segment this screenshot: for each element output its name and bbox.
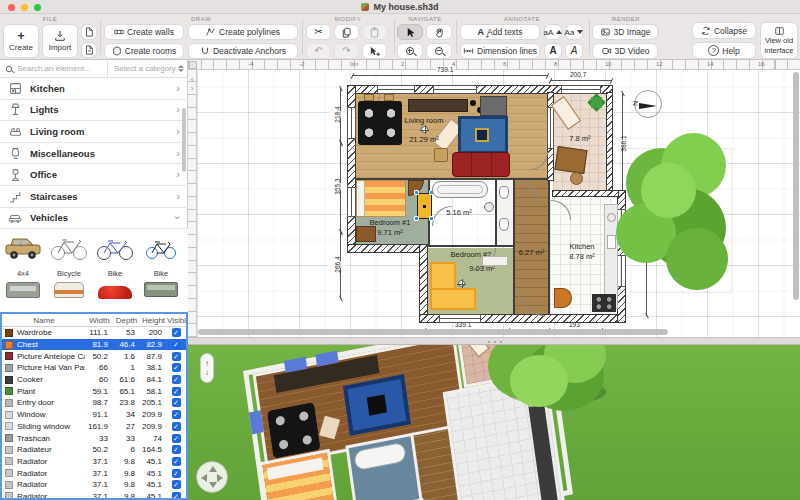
visible-checkbox[interactable]: ✓ [172, 445, 181, 454]
visible-checkbox[interactable]: ✓ [172, 340, 181, 349]
plan-2d-view[interactable]: -4-20m246810121416 ‹ › 739.1 200.7 218.4… [188, 60, 800, 337]
stove[interactable] [592, 294, 616, 312]
plan-horizontal-scrollbar[interactable] [198, 329, 668, 335]
visible-checkbox[interactable]: ✓ [172, 375, 181, 384]
zoom-in-button[interactable] [397, 43, 423, 59]
help-button[interactable]: ? Help [692, 42, 756, 59]
dpad-up-icon[interactable] [209, 466, 217, 472]
vehicle-thumb-coach[interactable] [138, 282, 184, 299]
undo-button[interactable]: ↶ [306, 43, 331, 59]
tv-cabinet[interactable] [408, 99, 468, 112]
table-row-radiator[interactable]: Radiator 37.1 9.8 45.1 ✓ [2, 491, 186, 500]
sidebar-item-staircases[interactable]: Staircases › [0, 186, 188, 208]
dining-chair[interactable] [384, 94, 394, 101]
pan-hand-button[interactable] [426, 24, 452, 40]
sidebar-item-living-room[interactable]: Living room › [0, 121, 188, 143]
terrace-desk[interactable] [554, 146, 587, 174]
paste-button[interactable] [362, 24, 387, 40]
dimension-lines-button[interactable]: Dimension lines [460, 43, 540, 59]
zoom-out-button[interactable] [426, 43, 452, 59]
select-pointer-button[interactable] [397, 24, 423, 40]
add-to-selection-button[interactable] [362, 43, 387, 59]
plan-corner-button[interactable] [189, 61, 197, 69]
export-document-button[interactable] [81, 24, 97, 40]
visible-checkbox[interactable]: ✓ [172, 492, 181, 500]
table-row-entry-door[interactable]: Entry door 98.7 23.8 205.1 ✓ [2, 397, 186, 409]
toilet[interactable] [499, 186, 509, 199]
bold-button[interactable]: A [544, 43, 562, 59]
create-walls-button[interactable]: Create walls [104, 24, 184, 40]
italic-button[interactable]: A [565, 43, 583, 59]
tv-unit[interactable] [480, 96, 507, 116]
table-row-radiateur[interactable]: Radiateur 50.2 6 164.5 ✓ [2, 444, 186, 456]
visible-checkbox[interactable]: ✓ [172, 434, 181, 443]
render-3d-video-button[interactable]: 3D Video [592, 43, 658, 59]
anchor-icon[interactable] [458, 280, 465, 287]
category-select[interactable]: Select a category [108, 64, 188, 73]
tree[interactable] [616, 128, 736, 298]
copy-button[interactable] [334, 24, 359, 40]
table-row-wardrobe[interactable]: Wardrobe 111.1 53 200 ✓ [2, 327, 186, 339]
catalog-item-4x4[interactable]: 4x4 [0, 229, 46, 278]
window[interactable] [348, 188, 355, 216]
table-row-radiator[interactable]: Radiator 37.1 9.8 45.1 ✓ [2, 479, 186, 491]
catalog-item-bike[interactable]: Bike [92, 229, 138, 278]
export-plan-button[interactable] [81, 42, 97, 58]
anchor-icon[interactable] [421, 126, 428, 133]
window[interactable] [548, 108, 553, 148]
collapse-button[interactable]: Collapse [692, 22, 756, 39]
bidet[interactable] [499, 218, 509, 231]
column-depth[interactable]: Depth [113, 316, 140, 325]
selection-handle[interactable] [429, 216, 434, 221]
render-3d-image-button[interactable]: 3D Image [592, 24, 658, 40]
table-row-radiator[interactable]: Radiator 37.1 9.8 45.1 ✓ [2, 467, 186, 479]
visible-checkbox[interactable]: ✓ [172, 363, 181, 372]
increase-text-size-button[interactable]: aA [544, 24, 562, 40]
vehicle-thumb-bus[interactable] [0, 282, 46, 299]
visible-checkbox[interactable]: ✓ [172, 387, 181, 396]
sidebar-item-kitchen[interactable]: Kitchen › [0, 78, 188, 100]
sidebar-item-vehicles[interactable]: Vehicles › [0, 208, 188, 230]
speaker[interactable] [470, 100, 476, 106]
cut-button[interactable]: ✂ [306, 24, 331, 40]
bed[interactable] [356, 180, 406, 217]
shelf[interactable] [482, 256, 508, 266]
catalog-item-bike[interactable]: Bike [138, 229, 184, 278]
desk-selected[interactable] [430, 288, 476, 310]
arrow-up-icon[interactable]: ↑ [205, 360, 209, 368]
view-splitter[interactable] [188, 337, 800, 345]
sidebar-collapse-handle[interactable]: ‹ › [188, 72, 196, 98]
dpad-left-icon[interactable] [201, 474, 207, 482]
column-visible[interactable]: Visible [167, 316, 188, 325]
table-row-trashcan[interactable]: Trashcan 33 33 74 ✓ [2, 432, 186, 444]
dining-chair[interactable] [364, 94, 374, 101]
create-polylines-button[interactable]: Create polylines [188, 24, 298, 40]
rug[interactable] [458, 116, 508, 154]
visible-checkbox[interactable]: ✓ [172, 410, 181, 419]
washing-machine[interactable] [484, 202, 494, 212]
compass[interactable]: N [634, 90, 662, 118]
arrow-down-icon[interactable]: ↓ [205, 369, 209, 377]
dpad-down-icon[interactable] [209, 482, 217, 488]
vehicle-thumb-caravan[interactable] [46, 282, 92, 299]
window[interactable] [378, 86, 414, 93]
table-row-plant[interactable]: Plant 59.1 65.1 58.1 ✓ [2, 385, 186, 397]
visible-checkbox[interactable]: ✓ [172, 469, 181, 478]
table-row-radiator[interactable]: Radiator 37.1 9.8 45.1 ✓ [2, 456, 186, 468]
decrease-text-size-button[interactable]: Aa [565, 24, 583, 40]
visible-checkbox[interactable]: ✓ [172, 398, 181, 407]
visible-checkbox[interactable]: ✓ [172, 480, 181, 489]
catalog-item-bicycle[interactable]: Bicycle [46, 229, 92, 278]
elevation-control[interactable]: ↑ ↓ [200, 353, 214, 383]
sidebar-scrollbar[interactable] [182, 108, 186, 172]
visible-checkbox[interactable]: ✓ [172, 457, 181, 466]
sidebar-item-miscellaneous[interactable]: Miscellaneous › [0, 143, 188, 165]
window[interactable] [562, 86, 600, 93]
table-row-window[interactable]: Window 91.1 34 209.9 ✓ [2, 409, 186, 421]
side-chair[interactable] [434, 148, 448, 162]
vehicle-thumb-sports-car[interactable] [92, 282, 138, 299]
table-row-picture-hai-van-pass[interactable]: Picture Hai Van Pass 66 1 38.1 ✓ [2, 362, 186, 374]
navigation-dpad[interactable] [196, 461, 228, 493]
import-button[interactable]: Import [42, 24, 78, 58]
column-height[interactable]: Height [140, 316, 167, 325]
